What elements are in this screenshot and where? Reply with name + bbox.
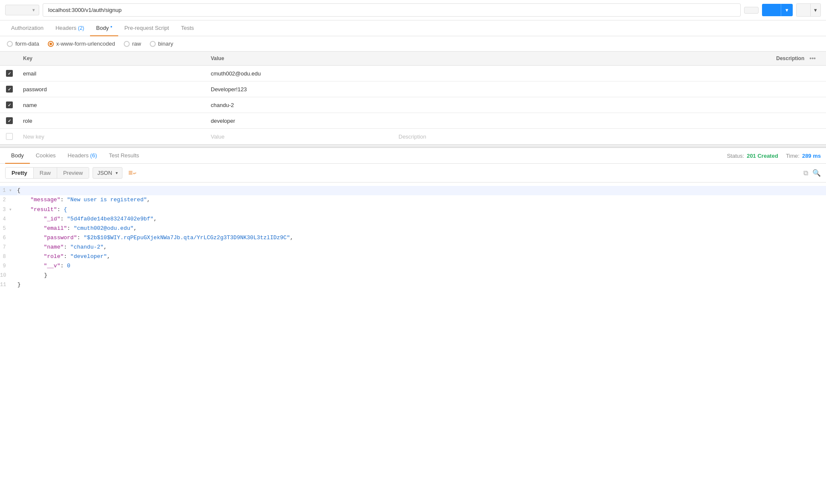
- tab-authorization[interactable]: Authorization: [5, 20, 49, 36]
- row-checkbox-3[interactable]: [6, 117, 13, 124]
- save-button[interactable]: [796, 3, 810, 17]
- copy-icon[interactable]: ⧉: [803, 169, 808, 177]
- line-content: }: [17, 271, 47, 280]
- request-tabs-bar: Authorization Headers (2) Body ● Pre-req…: [0, 20, 826, 36]
- line-content: "__v": 0: [17, 261, 70, 271]
- response-tab-body[interactable]: Body: [5, 148, 30, 164]
- line-content: "email": "cmuth002@odu.edu",: [17, 224, 137, 233]
- radio-formdata-circle: [7, 41, 13, 47]
- row-checkbox-0[interactable]: [6, 70, 13, 77]
- table-row: name chandu-2: [0, 97, 826, 113]
- new-row-checkbox[interactable]: [6, 133, 13, 140]
- new-desc-input[interactable]: Description: [393, 129, 826, 145]
- url-input[interactable]: [43, 3, 741, 17]
- json-viewer: 1 ▾{2 "message": "New user is registered…: [0, 182, 826, 293]
- row-desc-0[interactable]: [393, 66, 826, 81]
- th-key: Key: [18, 52, 206, 66]
- json-line: 7 "name": "chandu-2",: [0, 243, 826, 252]
- row-desc-3[interactable]: [393, 113, 826, 129]
- new-row: New key Value Description: [0, 129, 826, 145]
- row-checkbox-1[interactable]: [6, 86, 13, 93]
- line-content: "_id": "5d4fa0de14be83247402e9bf",: [17, 214, 157, 224]
- new-value-input[interactable]: Value: [206, 129, 393, 145]
- json-line: 9 "__v": 0: [0, 261, 826, 271]
- new-key-input[interactable]: New key: [18, 129, 206, 145]
- format-selector[interactable]: JSON ▾: [93, 167, 122, 179]
- response-tab-testresults[interactable]: Test Results: [103, 148, 145, 164]
- response-tab-cookies[interactable]: Cookies: [30, 148, 62, 164]
- save-dropdown-button[interactable]: ▾: [810, 3, 821, 17]
- row-desc-2[interactable]: [393, 97, 826, 113]
- params-button[interactable]: [744, 7, 759, 14]
- view-preview-button[interactable]: Preview: [57, 168, 89, 178]
- line-number: 10: [0, 271, 17, 280]
- line-content: {: [17, 186, 20, 195]
- kv-table: Key Value Description ••• email cmuth002…: [0, 52, 826, 145]
- row-key-3[interactable]: role: [18, 113, 206, 129]
- radio-raw-circle: [124, 41, 130, 47]
- tab-tests[interactable]: Tests: [175, 20, 200, 36]
- line-number: 8: [0, 252, 17, 261]
- line-number: 5: [0, 224, 17, 233]
- row-key-0[interactable]: email: [18, 66, 206, 81]
- json-line: 3 ▾ "result": {: [0, 205, 826, 214]
- row-value-1[interactable]: Developer!123: [206, 81, 393, 97]
- row-checkbox-cell: [0, 66, 18, 81]
- line-number: 2: [0, 196, 17, 204]
- method-selector[interactable]: ▾: [5, 5, 39, 15]
- view-pretty-button[interactable]: Pretty: [6, 168, 34, 178]
- radio-urlencoded-circle: [48, 41, 54, 47]
- radio-binary-circle: [150, 41, 156, 47]
- line-number: 7: [0, 243, 17, 252]
- table-row: email cmuth002@odu.edu: [0, 66, 826, 81]
- response-tab-headers[interactable]: Headers (6): [62, 148, 103, 164]
- body-type-bar: form-data x-www-form-urlencoded raw bina…: [0, 36, 826, 52]
- radio-binary[interactable]: binary: [150, 41, 173, 47]
- line-number: 11: [0, 281, 17, 289]
- row-value-3[interactable]: developer: [206, 113, 393, 129]
- json-line: 5 "email": "cmuth002@odu.edu",: [0, 224, 826, 233]
- json-line: 4 "_id": "5d4fa0de14be83247402e9bf",: [0, 214, 826, 224]
- row-desc-1[interactable]: [393, 81, 826, 97]
- row-key-1[interactable]: password: [18, 81, 206, 97]
- line-number: 1 ▾: [0, 186, 17, 195]
- radio-raw[interactable]: raw: [124, 41, 141, 47]
- search-icon[interactable]: 🔍: [812, 169, 821, 177]
- json-line: 2 "message": "New user is registered",: [0, 195, 826, 205]
- send-dropdown-button[interactable]: ▾: [781, 4, 793, 16]
- response-meta: Status: 201 Created Time: 289 ms: [727, 153, 821, 159]
- view-raw-button[interactable]: Raw: [34, 168, 57, 178]
- line-content: "message": "New user is registered",: [17, 195, 150, 205]
- time-value: 289 ms: [802, 153, 821, 159]
- line-content: "role": "developer",: [17, 252, 110, 261]
- row-key-2[interactable]: name: [18, 97, 206, 113]
- top-bar: ▾ ▾ ▾: [0, 0, 826, 20]
- radio-urlencoded[interactable]: x-www-form-urlencoded: [48, 41, 115, 47]
- line-content: "password": "$2b$10$WIY.rqPEpuGXjekNWa7J…: [17, 233, 294, 243]
- status-label: Status:: [727, 153, 744, 159]
- json-line: 11 }: [0, 280, 826, 290]
- th-description: Description •••: [393, 52, 826, 66]
- line-content: "name": "chandu-2",: [17, 243, 107, 252]
- view-button-group: Pretty Raw Preview: [5, 167, 89, 179]
- row-value-2[interactable]: chandu-2: [206, 97, 393, 113]
- tab-headers[interactable]: Headers (2): [49, 20, 90, 36]
- tab-body[interactable]: Body ●: [90, 20, 118, 36]
- send-button[interactable]: [762, 4, 781, 16]
- row-checkbox-cell: [0, 113, 18, 129]
- toolbar-actions: ⧉ 🔍: [803, 169, 821, 177]
- line-content: "result": {: [17, 205, 67, 214]
- tab-prerequest[interactable]: Pre-request Script: [118, 20, 175, 36]
- line-number: 3 ▾: [0, 206, 17, 214]
- row-value-0[interactable]: cmuth002@odu.edu: [206, 66, 393, 81]
- row-checkbox-2[interactable]: [6, 101, 13, 108]
- wrap-icon[interactable]: ≡↵: [128, 168, 137, 177]
- line-number: 6: [0, 234, 17, 242]
- new-row-checkbox-cell: [0, 129, 18, 145]
- method-chevron-icon: ▾: [32, 8, 35, 12]
- radio-formdata[interactable]: form-data: [7, 41, 39, 47]
- status-value: 201 Created: [747, 153, 778, 159]
- th-checkbox: [0, 52, 18, 66]
- json-line: 1 ▾{: [0, 186, 826, 195]
- table-options-icon[interactable]: •••: [809, 55, 816, 62]
